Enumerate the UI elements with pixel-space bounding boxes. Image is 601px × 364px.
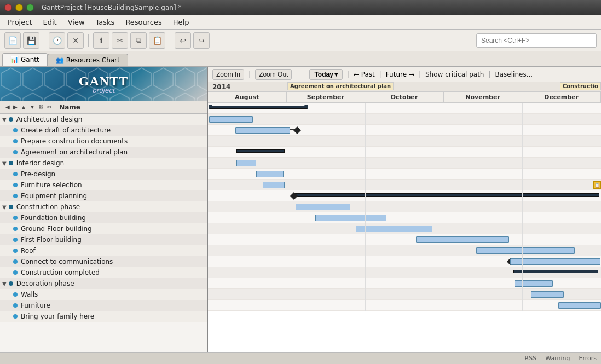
task-label-16: Walls <box>21 291 38 298</box>
list-item[interactable]: Ground Floor building <box>0 223 207 234</box>
gantt-bar-construction-group <box>293 193 599 197</box>
gantt-bar-draft <box>209 116 253 123</box>
tab-resources-label: Resources Chart <box>66 56 120 64</box>
list-item[interactable]: Furniture <box>0 300 207 311</box>
task-group-decoration[interactable]: ▼ Decoration phase <box>0 278 207 289</box>
redo-button[interactable]: ↪ <box>193 32 210 49</box>
gantt-toolbar-sep-1: | <box>249 71 251 78</box>
gantt-row-draft <box>208 114 601 125</box>
past-button[interactable]: ← Past <box>354 71 375 78</box>
copy-button[interactable]: ⧉ <box>130 32 147 49</box>
paste-button[interactable]: 📋 <box>149 32 165 49</box>
list-item[interactable]: Roof <box>0 245 207 256</box>
month-september: September <box>287 92 366 102</box>
list-item[interactable]: Prepare construction documents <box>0 136 207 147</box>
nav-prev-button[interactable]: ◀ <box>4 103 11 111</box>
task-label-9: Foundation building <box>21 214 86 222</box>
today-button[interactable]: Today ▾ <box>309 69 342 80</box>
tabs: 📊 Gantt 👥 Resources Chart <box>0 51 601 67</box>
gantt-row-roof <box>208 234 601 245</box>
gantt-row-agreement <box>208 136 601 147</box>
year-header: 2014 Agreement on architectural plan Con… <box>208 82 601 92</box>
cut-button[interactable]: ✂ <box>112 32 128 49</box>
nav-unlink-button[interactable]: ✂ <box>46 103 53 111</box>
titlebar: GanttProject [HouseBuildingSample.gan] * <box>0 0 601 15</box>
list-item[interactable]: Walls <box>0 289 207 300</box>
zoom-out-button[interactable]: Zoom Out <box>255 69 292 80</box>
list-item[interactable]: Pre-design <box>0 169 207 180</box>
task-label-18: Bring your family here <box>21 313 94 320</box>
task-label-5: Pre-design <box>21 170 55 178</box>
toolbar-separator-3 <box>170 34 170 47</box>
task-bullet-3 <box>13 150 18 154</box>
menu-project[interactable]: Project <box>2 17 37 27</box>
menu-tasks[interactable]: Tasks <box>90 17 120 27</box>
search-input[interactable] <box>476 33 597 48</box>
task-group-interior[interactable]: ▼ Interior design <box>0 158 207 169</box>
vgrid-2 <box>365 103 366 311</box>
list-item[interactable]: First Floor building <box>0 234 207 245</box>
info-button[interactable]: ℹ <box>93 32 109 49</box>
statusbar: RSS Warning Errors <box>0 352 601 364</box>
menu-edit[interactable]: Edit <box>37 17 62 27</box>
gantt-bar-family <box>558 302 601 309</box>
menu-view[interactable]: View <box>62 17 90 27</box>
undo-button[interactable]: ↩ <box>175 32 191 49</box>
gantt-toolbar-sep-6: | <box>488 71 490 78</box>
logo-area: GANTT project <box>0 67 207 101</box>
gantt-toolbar-sep-5: | <box>419 71 421 78</box>
task-bullet-2 <box>13 139 18 143</box>
save-button[interactable]: 💾 <box>23 32 39 49</box>
close-button[interactable] <box>4 4 12 11</box>
task-bullet-16 <box>13 292 18 297</box>
show-critical-path-button[interactable]: Show critical path <box>425 71 484 78</box>
task-group-construction-label: Construction phase <box>16 203 80 211</box>
task-group-decoration-label: Decoration phase <box>16 280 74 287</box>
baselines-button[interactable]: Baselines... <box>495 71 533 78</box>
list-item[interactable]: Foundation building <box>0 212 207 223</box>
task-group-architectural[interactable]: ▼ Architectural design <box>0 114 207 125</box>
month-october: October <box>365 92 444 102</box>
group-bullet-interior <box>9 161 13 165</box>
nav-up-button[interactable]: ▲ <box>20 103 27 111</box>
gantt-tab-icon: 📊 <box>10 56 19 63</box>
history-button[interactable]: 🕐 <box>49 32 65 49</box>
list-item[interactable]: Bring your family here <box>0 311 207 322</box>
task-group-architectural-label: Architectural design <box>16 115 83 123</box>
nav-next-button[interactable]: ▶ <box>12 103 19 111</box>
gantt-bar-construction-docs <box>235 127 290 134</box>
tab-gantt[interactable]: 📊 Gantt <box>2 53 48 66</box>
expand-icon-decoration: ▼ <box>2 281 7 287</box>
gantt-row-construction-completed <box>208 256 601 267</box>
close-doc-button[interactable]: ✕ <box>67 32 84 49</box>
menu-resources[interactable]: Resources <box>120 17 167 27</box>
nav-link-button[interactable]: ⛓ <box>37 103 45 111</box>
list-item[interactable]: Create draft of architecture <box>0 125 207 136</box>
vgrid-3 <box>444 103 444 311</box>
gantt-row-first-floor <box>208 223 601 234</box>
nav-down-button[interactable]: ▼ <box>28 103 36 111</box>
task-bullet-12 <box>13 249 18 253</box>
menu-help[interactable]: Help <box>167 17 195 27</box>
tab-resources-chart[interactable]: 👥 Resources Chart <box>48 54 128 66</box>
new-button[interactable]: 📄 <box>4 32 21 49</box>
list-item[interactable]: Equipment planning <box>0 190 207 201</box>
zoom-in-button[interactable]: Zoom In <box>212 69 244 80</box>
gantt-note-equipment: 📋 <box>593 181 601 189</box>
task-group-construction[interactable]: ▼ Construction phase <box>0 201 207 212</box>
maximize-button[interactable] <box>26 4 34 11</box>
group-bullet-construction <box>9 205 13 209</box>
list-item[interactable]: Agreement on architectural plan <box>0 147 207 158</box>
future-button[interactable]: Future → <box>386 71 414 78</box>
gantt-chart-area: 2014 Agreement on architectural plan Con… <box>208 82 601 352</box>
gantt-diamond-1 <box>293 126 301 134</box>
list-item[interactable]: Connect to communications <box>0 256 207 267</box>
list-item[interactable]: Furniture selection <box>0 180 207 190</box>
gantt-bar-interior-group <box>236 149 285 153</box>
list-item[interactable]: Construction completed <box>0 267 207 278</box>
task-label-17: Furniture <box>21 302 50 309</box>
task-label-2: Prepare construction documents <box>21 137 128 145</box>
minimize-button[interactable] <box>15 4 23 11</box>
gantt-row-group-decoration <box>208 267 601 278</box>
rss-label: RSS <box>525 355 537 362</box>
